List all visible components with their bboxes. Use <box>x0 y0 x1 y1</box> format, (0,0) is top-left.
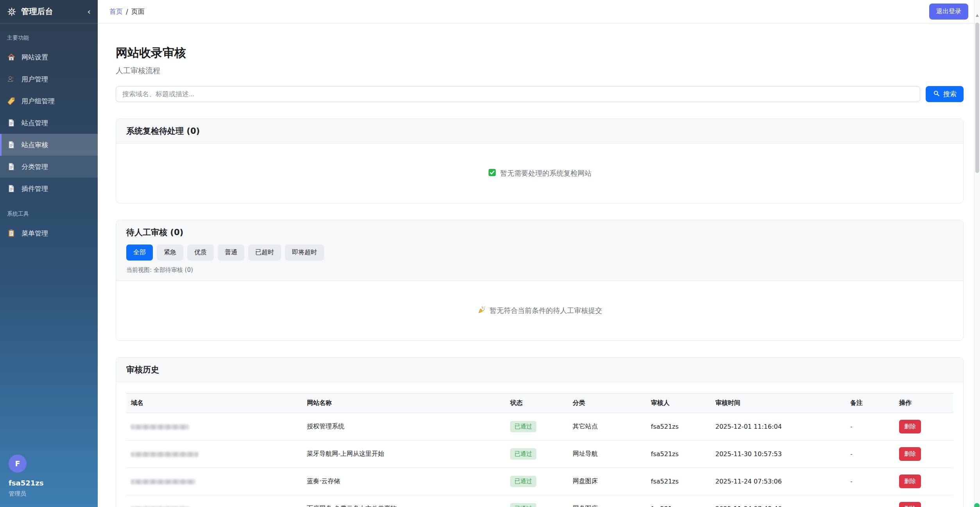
filter-chip[interactable]: 紧急 <box>157 245 183 261</box>
domain-cell <box>126 440 302 468</box>
review-time-cell: 2025-11-24 07:53:06 <box>711 468 846 495</box>
gear-icon <box>7 7 16 16</box>
avatar[interactable]: F <box>9 455 27 473</box>
sidebar-item-label: 菜单管理 <box>21 229 48 238</box>
review-time-cell: 2025-11-24 07:48:46 <box>711 495 846 507</box>
tag-icon <box>7 97 16 105</box>
sidebar-item-站点管理[interactable]: 站点管理 <box>0 112 98 134</box>
table-column-header: 域名 <box>126 394 302 413</box>
recheck-empty-state: 暂无需要处理的系统复检网站 <box>116 144 963 203</box>
table-row: 授权管理系统已通过其它站点fsa521zs2025-12-01 11:16:04… <box>126 413 953 440</box>
filter-chip[interactable]: 已超时 <box>248 245 281 261</box>
category-cell: 网盘图床 <box>568 468 646 495</box>
breadcrumb-home-link[interactable]: 首页 <box>109 7 123 16</box>
site-name: 蓝奏·云存储 <box>307 477 340 485</box>
category-cell: 网址导航 <box>568 440 646 468</box>
site-name-cell: 菜牙导航网-上网从这里开始 <box>302 440 505 468</box>
filter-chip[interactable]: 优质 <box>187 245 214 261</box>
action-cell: 删除 <box>894 468 953 495</box>
history-table-body: 授权管理系统已通过其它站点fsa521zs2025-12-01 11:16:04… <box>126 413 953 507</box>
check-square-icon <box>488 168 496 178</box>
scrollbar-thumb[interactable] <box>975 23 979 173</box>
action-cell: 删除 <box>894 495 953 507</box>
pending-empty-text: 暂无符合当前条件的待人工审核提交 <box>490 306 602 315</box>
note-cell: - <box>846 468 894 495</box>
search-icon <box>933 90 940 99</box>
action-cell: 删除 <box>894 413 953 440</box>
sidebar-item-站点审核[interactable]: 站点审核 <box>0 134 98 156</box>
logout-button[interactable]: 退出登录 <box>929 4 968 20</box>
table-column-header: 网站名称 <box>302 394 505 413</box>
status-badge: 已通过 <box>510 476 536 487</box>
domain-cell <box>126 468 302 495</box>
sidebar-item-label: 用户组管理 <box>21 97 55 106</box>
history-table-header-row: 域名网站名称状态分类审核人审核时间备注操作 <box>126 394 953 413</box>
status-badge: 已通过 <box>510 503 536 507</box>
filter-chip[interactable]: 即将超时 <box>285 245 324 261</box>
sidebar: 管理后台 ‹ 主要功能网站设置用户管理用户组管理站点管理站点审核分类管理插件管理… <box>0 0 98 507</box>
filter-chip[interactable]: 全部 <box>126 245 153 261</box>
clipboard-icon <box>7 229 16 237</box>
status-cell: 已通过 <box>505 440 568 468</box>
sidebar-item-分类管理[interactable]: 分类管理 <box>0 156 98 178</box>
sidebar-item-网站设置[interactable]: 网站设置 <box>0 46 98 68</box>
document-icon <box>7 184 16 193</box>
delete-button[interactable]: 删除 <box>899 447 921 461</box>
reviewer-cell: fsa521zs <box>646 495 711 507</box>
sidebar-item-label: 插件管理 <box>21 184 48 193</box>
redacted-domain <box>131 424 189 430</box>
table-column-header: 状态 <box>505 394 568 413</box>
search-input[interactable] <box>116 86 920 102</box>
username: fsa521zs <box>9 479 89 487</box>
search-bar: 搜索 <box>116 86 964 102</box>
table-column-header: 备注 <box>846 394 894 413</box>
document-icon <box>7 140 16 149</box>
search-button[interactable]: 搜索 <box>926 86 964 102</box>
home-icon <box>7 53 16 61</box>
sidebar-collapse-icon[interactable]: ‹ <box>87 7 91 16</box>
reviewer-cell: fsa521zs <box>646 440 711 468</box>
main-area: 首页 / 页面 退出登录 网站收录审核 人工审核流程 搜索 系统复检待处理 (0… <box>98 0 980 507</box>
scrollbar-up-arrow-icon[interactable] <box>976 14 979 17</box>
delete-button[interactable]: 删除 <box>899 502 921 507</box>
status-badge: 已通过 <box>510 448 536 460</box>
pending-card: 待人工审核 (0) 全部紧急优质普通已超时即将超时 当前视图: 全部待审核 (0… <box>116 220 964 341</box>
sidebar-item-label: 用户管理 <box>21 75 48 84</box>
page-content: 网站收录审核 人工审核流程 搜索 系统复检待处理 (0) <box>98 23 980 507</box>
document-icon <box>7 162 16 171</box>
history-card: 审核历史 域名网站名称状态分类审核人审核时间备注操作 授权管理系统已通过其它站点… <box>116 357 964 507</box>
table-column-header: 操作 <box>894 394 953 413</box>
sidebar-item-用户管理[interactable]: 用户管理 <box>0 68 98 90</box>
sidebar-section: 系统工具菜单管理 <box>0 200 98 244</box>
reviewer-cell: fsa521zs <box>646 468 711 495</box>
sidebar-section: 主要功能网站设置用户管理用户组管理站点管理站点审核分类管理插件管理 <box>0 23 98 200</box>
app-title: 管理后台 <box>21 6 82 17</box>
history-table: 域名网站名称状态分类审核人审核时间备注操作 授权管理系统已通过其它站点fsa52… <box>126 393 953 507</box>
delete-button[interactable]: 删除 <box>899 420 921 433</box>
party-popper-icon <box>477 306 486 316</box>
recheck-card-title: 系统复检待处理 (0) <box>126 126 953 137</box>
status-badge: 已通过 <box>510 421 536 432</box>
pending-empty-state: 暂无符合当前条件的待人工审核提交 <box>116 281 963 340</box>
sidebar-section-label: 系统工具 <box>0 200 98 222</box>
breadcrumb-separator: / <box>126 8 128 16</box>
site-name-cell: 蓝奏·云存储 <box>302 468 505 495</box>
sidebar-item-插件管理[interactable]: 插件管理 <box>0 178 98 200</box>
pending-card-title: 待人工审核 (0) <box>126 227 953 238</box>
review-time-cell: 2025-12-01 11:16:04 <box>711 413 846 440</box>
recheck-empty-text: 暂无需要处理的系统复检网站 <box>500 169 592 178</box>
filter-chip[interactable]: 普通 <box>218 245 244 261</box>
note-cell: - <box>846 495 894 507</box>
sidebar-header: 管理后台 ‹ <box>0 0 98 23</box>
recheck-card-header: 系统复检待处理 (0) <box>116 119 963 144</box>
sidebar-item-用户组管理[interactable]: 用户组管理 <box>0 90 98 112</box>
delete-button[interactable]: 删除 <box>899 475 921 488</box>
sidebar-item-菜单管理[interactable]: 菜单管理 <box>0 222 98 244</box>
table-row: 蓝奏·云存储已通过网盘图床fsa521zs2025-11-24 07:53:06… <box>126 468 953 495</box>
note-cell: - <box>846 413 894 440</box>
site-name-cell: 百度网盘-免费云盘丨文件共享软... <box>302 495 505 507</box>
scrollbar-track[interactable] <box>974 0 980 507</box>
topbar: 首页 / 页面 退出登录 <box>98 0 980 23</box>
page-subtitle: 人工审核流程 <box>116 66 964 76</box>
sidebar-item-label: 网站设置 <box>21 53 48 62</box>
